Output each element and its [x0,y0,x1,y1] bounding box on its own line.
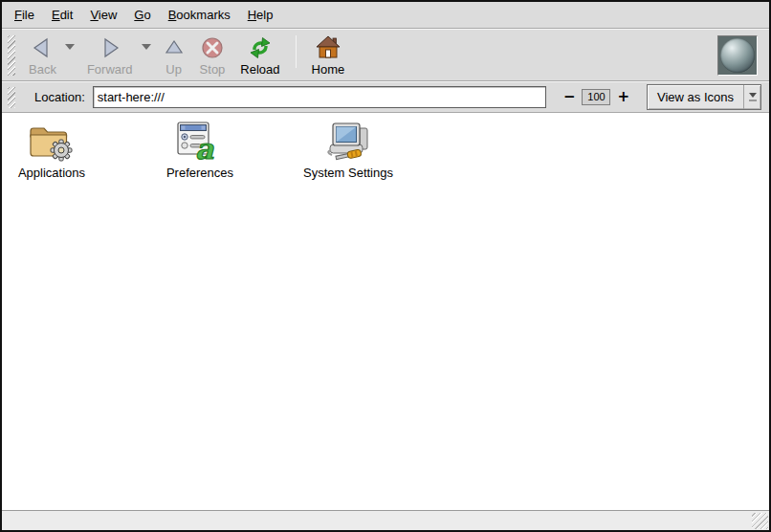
location-bar-grip-handle[interactable] [8,87,15,108]
icon-view-content: Applications a Preferences [2,113,769,510]
chevron-down-icon [65,44,75,50]
menu-go-label: Go [134,8,150,22]
toolbar: Back Forward Up Stop [2,29,769,81]
menu-bookmarks[interactable]: Bookmarks [160,4,239,26]
icon-item-system-settings[interactable]: System Settings [300,121,396,180]
resize-grip-handle[interactable] [752,513,768,529]
chevron-down-icon [142,44,151,50]
menu-bookmarks-label: Bookmarks [168,8,231,22]
view-as-dropdown[interactable]: View as Icons [647,84,761,110]
location-input[interactable] [93,86,546,108]
preferences-dialog-icon: a [175,121,225,163]
forward-arrow-icon [99,35,121,61]
nautilus-window: File Edit View Go Bookmarks Help Back Fo… [0,0,771,532]
menu-file-label: File [14,8,34,22]
menu-view[interactable]: View [81,4,125,26]
zoom-level-indicator: 100 [582,89,610,105]
reload-icon [248,35,273,61]
throbber-frame [717,35,758,76]
forward-button[interactable]: Forward [79,33,141,78]
up-button-label: Up [165,62,182,77]
menu-view-label: View [90,8,117,22]
throbber-sphere-icon [720,38,755,73]
menu-file[interactable]: File [6,4,43,26]
home-button-label: Home [312,62,345,77]
stop-button[interactable]: Stop [192,33,233,78]
menu-go[interactable]: Go [125,4,159,26]
up-button[interactable]: Up [156,33,192,78]
forward-history-dropdown[interactable] [139,40,154,54]
up-arrow-icon [164,35,185,61]
back-arrow-icon [31,35,54,61]
back-button[interactable]: Back [21,33,64,78]
zoom-out-button[interactable]: − [560,86,580,108]
home-button[interactable]: Home [304,33,353,78]
applications-folder-gear-icon [27,121,77,163]
toolbar-grip-handle[interactable] [8,35,15,76]
throbber [717,35,758,76]
reload-button[interactable]: Reload [232,33,287,78]
reload-button-label: Reload [240,62,279,77]
location-label: Location: [34,90,85,104]
back-button-label: Back [29,62,56,77]
menu-edit-label: Edit [52,8,73,22]
icon-item-label: Preferences [166,166,233,180]
menu-edit[interactable]: Edit [43,4,81,26]
zoom-in-button[interactable]: + [613,86,633,108]
stop-icon [201,35,224,61]
location-bar: Location: − 100 + View as Icons [2,81,769,113]
menu-help-label: Help [248,8,274,22]
svg-text:a: a [195,132,214,163]
view-as-dropdown-label: View as Icons [648,90,743,104]
icon-item-label: Applications [18,166,85,180]
back-history-dropdown[interactable] [62,40,77,54]
status-bar [2,510,769,530]
icon-item-applications[interactable]: Applications [4,121,99,180]
icon-item-label: System Settings [303,166,393,180]
home-icon [316,35,341,61]
menubar: File Edit View Go Bookmarks Help [2,2,769,29]
forward-button-label: Forward [87,62,133,77]
icon-item-preferences[interactable]: a Preferences [152,121,248,180]
menu-help[interactable]: Help [239,4,282,26]
system-settings-monitor-icon [323,121,373,163]
dropdown-arrow-icon [743,85,760,109]
toolbar-separator [296,35,297,68]
stop-button-label: Stop [200,62,226,77]
